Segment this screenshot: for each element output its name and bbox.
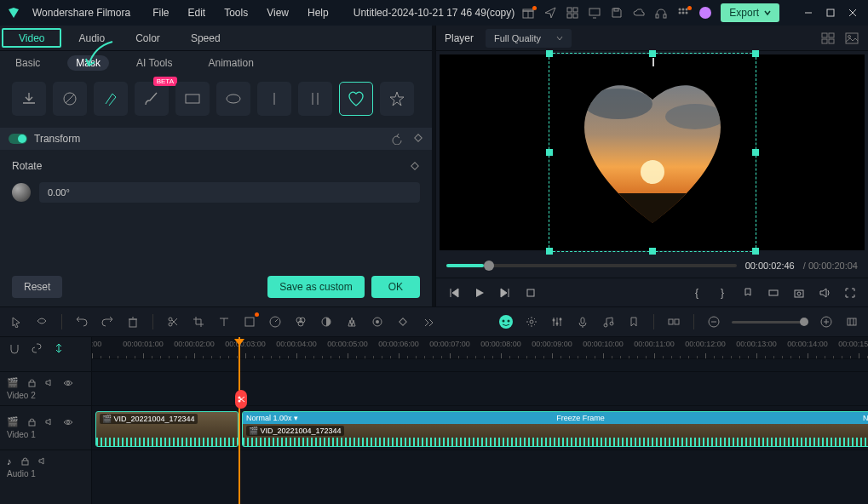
clip-2[interactable]: Normal 1.00x ▾ Freeze Frame Normal 1.00x…	[242, 411, 868, 447]
cloud-icon[interactable]	[632, 6, 646, 20]
save-icon[interactable]	[610, 6, 624, 20]
greenscreen-icon[interactable]	[370, 314, 385, 329]
clip-1[interactable]: 🎬 VID_20221004_172344	[95, 411, 239, 447]
lock-icon[interactable]	[27, 417, 37, 427]
menu-file[interactable]: File	[152, 7, 169, 19]
menu-edit[interactable]: Edit	[188, 7, 206, 19]
mute-icon[interactable]	[45, 378, 55, 387]
handle-top-left[interactable]	[546, 50, 553, 57]
handle-bottom-mid[interactable]	[649, 248, 656, 255]
handle-mid-left[interactable]	[546, 149, 553, 156]
handle-bottom-right[interactable]	[752, 248, 759, 255]
profile-circle-icon[interactable]	[698, 6, 712, 20]
mask-pen-icon[interactable]	[94, 82, 128, 116]
track-audio1-row[interactable]	[92, 450, 868, 484]
mic-icon[interactable]	[575, 314, 590, 329]
subtab-basic[interactable]: Basic	[7, 55, 49, 71]
mask-selection[interactable]	[559, 63, 746, 242]
lock-icon[interactable]	[20, 456, 30, 466]
monitor-icon[interactable]	[588, 6, 601, 20]
minimize-button[interactable]	[800, 4, 817, 21]
lasso-icon[interactable]	[34, 314, 49, 329]
mute-icon[interactable]	[45, 417, 55, 427]
mask-heart-icon[interactable]	[339, 82, 373, 116]
mask-ellipse-icon[interactable]	[216, 82, 250, 116]
redo-icon[interactable]	[100, 314, 115, 329]
speed-icon[interactable]	[267, 314, 283, 329]
effects-icon[interactable]	[344, 314, 359, 329]
more-tools-icon[interactable]	[421, 314, 436, 329]
mask-rectangle-icon[interactable]	[175, 82, 210, 116]
marker-icon[interactable]	[740, 285, 756, 301]
snapshot-icon[interactable]	[791, 285, 807, 301]
tracks-content[interactable]: 00:0000:00:01:0000:00:02:0000:00:03:0000…	[92, 337, 868, 504]
volume-icon[interactable]	[817, 285, 832, 301]
handle-bottom-left[interactable]	[546, 248, 553, 255]
transition-icon[interactable]	[319, 314, 334, 329]
ok-button[interactable]: OK	[371, 276, 420, 298]
zoom-in-icon[interactable]	[819, 314, 834, 329]
marker2-icon[interactable]	[626, 314, 641, 329]
seek-thumb[interactable]	[484, 261, 494, 271]
timeline-ruler[interactable]: 00:0000:00:01:0000:00:02:0000:00:03:0000…	[92, 337, 868, 359]
pointer-tool-icon[interactable]	[9, 314, 24, 329]
cursor-sync-icon[interactable]	[51, 341, 66, 356]
keyframe-icon[interactable]	[395, 314, 411, 329]
rotate-input[interactable]	[39, 182, 420, 203]
crop-icon[interactable]	[191, 314, 206, 329]
fullscreen-icon[interactable]	[842, 285, 858, 301]
next-frame-icon[interactable]	[497, 285, 513, 301]
mask-vertical-line-icon[interactable]	[257, 82, 291, 116]
split-icon[interactable]	[165, 314, 181, 329]
preview-viewport[interactable]	[440, 54, 865, 250]
track-video2-row[interactable]	[92, 371, 868, 405]
handle-mid-right[interactable]	[752, 149, 759, 156]
zoom-thumb[interactable]	[800, 318, 808, 326]
subtab-ai-tools[interactable]: AI Tools	[128, 55, 181, 71]
menu-view[interactable]: View	[267, 7, 289, 19]
track-header-video2[interactable]: 🎬 Video 2	[0, 371, 91, 405]
track-video1-row[interactable]: 🎬 VID_20221004_172344 Normal 1.00x ▾ Fre…	[92, 405, 868, 450]
link-icon[interactable]	[29, 341, 44, 356]
text-icon[interactable]	[216, 314, 232, 329]
reset-transform-icon[interactable]	[391, 133, 403, 145]
music-icon[interactable]	[601, 314, 616, 329]
magnet-icon[interactable]	[7, 341, 22, 356]
tab-video[interactable]: Video	[2, 28, 61, 48]
close-button[interactable]	[844, 4, 861, 21]
undo-icon[interactable]	[74, 314, 89, 329]
freeze-frame-icon[interactable]	[242, 314, 257, 329]
transform-section-header[interactable]: Transform	[0, 128, 432, 150]
color-grade-icon[interactable]	[293, 314, 308, 329]
tab-speed[interactable]: Speed	[175, 26, 236, 50]
ai-assistant-icon[interactable]	[498, 314, 514, 329]
mask-double-line-icon[interactable]	[298, 82, 332, 116]
keyframe-rotate-icon[interactable]	[410, 161, 420, 171]
mask-import-icon[interactable]	[12, 82, 46, 116]
save-as-custom-button[interactable]: Save as custom	[267, 276, 364, 298]
tab-color[interactable]: Color	[120, 26, 175, 50]
zoom-slider[interactable]	[732, 321, 808, 324]
menu-help[interactable]: Help	[308, 7, 329, 19]
lock-icon[interactable]	[27, 378, 37, 387]
split-marker-icon[interactable]	[235, 390, 247, 409]
quality-select[interactable]: Full Quality	[486, 29, 572, 48]
seek-bar[interactable]	[446, 264, 737, 267]
zoom-fit-icon[interactable]	[844, 314, 859, 329]
gift-icon[interactable]	[521, 6, 535, 20]
mixer-icon[interactable]	[549, 314, 565, 329]
mask-star-icon[interactable]	[380, 82, 414, 116]
menu-tools[interactable]: Tools	[224, 7, 248, 19]
zoom-out-icon[interactable]	[706, 314, 721, 329]
maximize-button[interactable]	[822, 4, 839, 21]
mute-icon[interactable]	[38, 456, 48, 466]
prev-frame-icon[interactable]	[446, 285, 462, 301]
transform-toggle[interactable]	[9, 134, 27, 144]
export-button[interactable]: Export	[721, 3, 779, 22]
dashboard-icon[interactable]	[566, 6, 579, 20]
brace-right-icon[interactable]: }	[715, 285, 730, 301]
keyframe-transform-icon[interactable]	[413, 133, 423, 145]
track-header-audio1[interactable]: ♪ Audio 1	[0, 450, 91, 484]
eye-icon[interactable]	[63, 379, 73, 387]
subtab-animation[interactable]: Animation	[199, 55, 262, 71]
